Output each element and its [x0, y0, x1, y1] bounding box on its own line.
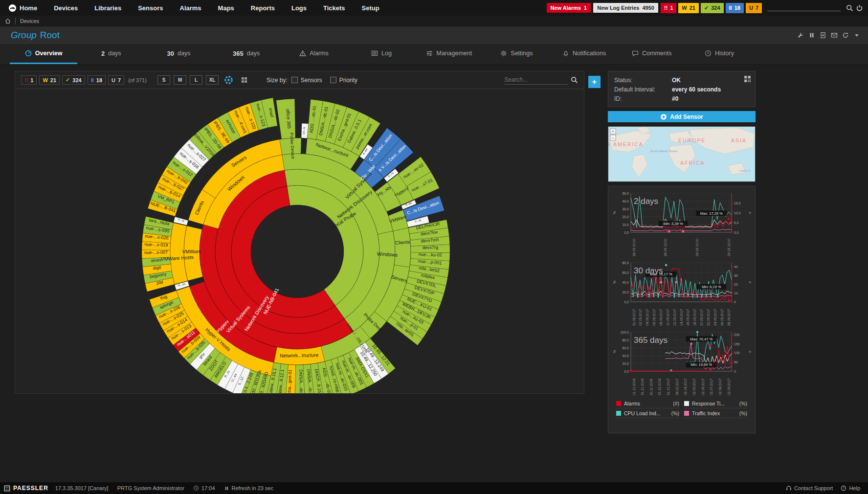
tab-comments[interactable]: Comments [618, 44, 686, 64]
nav-item-maps[interactable]: Maps [210, 0, 243, 16]
pause-refresh-icon[interactable] [224, 486, 229, 491]
nav-item-libraries[interactable]: Libraries [86, 0, 130, 16]
tree-search [504, 75, 578, 85]
nav-item-setup[interactable]: Setup [354, 0, 388, 16]
tab-days[interactable]: 2days [77, 44, 145, 64]
nav-item-reports[interactable]: Reports [243, 0, 283, 16]
tree-status-badge[interactable]: ✓324 [62, 75, 85, 85]
sunburst-label: nue-...ku-02 [419, 252, 442, 258]
tree-status-badge[interactable]: U7 [108, 75, 124, 85]
contact-support-link[interactable]: Contact Support [786, 485, 833, 491]
add-button[interactable] [588, 76, 601, 88]
tab-number: 30 [167, 50, 174, 57]
add-sensor-label: Add Sensor [670, 113, 703, 120]
svg-text:06.09.2017: 06.09.2017 [652, 309, 656, 326]
status-badge[interactable]: U7 [746, 3, 762, 13]
add-sensor-button[interactable]: Add Sensor [608, 111, 756, 122]
paessler-logo[interactable]: PAESSLER [4, 485, 48, 492]
refresh-icon[interactable] [842, 32, 849, 39]
tree-status-badge[interactable]: !!1 [21, 75, 37, 85]
size-button-m[interactable]: M [174, 75, 186, 85]
page-title-name: Root [40, 30, 60, 40]
status-badge[interactable]: !!1 [661, 3, 676, 13]
email-icon[interactable] [831, 32, 838, 39]
tab-log[interactable]: Log [348, 44, 415, 64]
help-link[interactable]: ?Help [841, 485, 860, 491]
tree-search-input[interactable] [504, 75, 568, 85]
status-badge[interactable]: II18 [726, 3, 744, 13]
legend-item[interactable]: CPU Load Ind...(%) [616, 410, 679, 418]
legend-item[interactable]: Alarms(#) [616, 401, 679, 408]
tab-number: 2 [101, 50, 105, 57]
svg-text:30: 30 [734, 274, 738, 277]
svg-text:04.09.2017: 04.09.2017 [645, 309, 649, 326]
tab-alarms[interactable]: Alarms [280, 44, 348, 64]
tree-status-badge[interactable]: II18 [88, 75, 106, 85]
status-badge[interactable]: ✓324 [701, 3, 724, 13]
sunburst-view-button[interactable] [223, 75, 234, 85]
tab-days[interactable]: 365days [213, 44, 280, 64]
new-alarms-button[interactable]: New Alarms 1 [547, 3, 591, 13]
export-icon[interactable] [820, 32, 826, 39]
tab-notifications[interactable]: Notifications [551, 44, 618, 64]
search-icon[interactable] [846, 4, 853, 12]
gear-icon [500, 50, 507, 57]
checkbox-priority[interactable] [330, 77, 336, 83]
nav-item-label: Home [20, 4, 37, 12]
map-label: AFRICA [680, 160, 705, 166]
tab-days[interactable]: 30days [145, 44, 212, 64]
tab-settings[interactable]: Settings [483, 44, 550, 64]
tab-management[interactable]: Management [415, 44, 483, 64]
caret-down-icon[interactable] [853, 32, 860, 39]
geo-map-panel[interactable]: H AMERICAEUROPEASIAAFRICANorth Atlantic … [608, 126, 756, 182]
home-icon[interactable] [0, 18, 11, 24]
legend-item[interactable]: Traffic Index(%) [684, 410, 747, 418]
checkbox-sensors[interactable] [291, 77, 298, 83]
size-button-l[interactable]: L [190, 75, 202, 85]
search-icon[interactable] [571, 76, 578, 84]
nav-item-tickets[interactable]: Tickets [315, 0, 354, 16]
pause-icon[interactable] [808, 32, 815, 39]
status-badge[interactable]: W21 [678, 3, 699, 13]
nav-item-home[interactable]: Home [0, 0, 45, 16]
badge-count: 324 [711, 5, 720, 11]
tree-status-badge[interactable]: W21 [39, 75, 60, 85]
legend-label: Alarms [624, 401, 673, 406]
status-badges: !!1W21✓324II18U7 [661, 3, 762, 13]
size-button-s[interactable]: S [157, 75, 170, 85]
power-icon[interactable] [856, 4, 863, 12]
tiles-view-button[interactable] [238, 75, 250, 85]
graph-2days[interactable]: 50,040,030,020,010,00,028.09 00:0028.09 … [611, 189, 751, 258]
wrench-icon[interactable] [797, 32, 804, 39]
nav-item-label: Maps [218, 4, 234, 12]
badge-count: 21 [50, 77, 56, 83]
nav-item-sensors[interactable]: Sensors [130, 0, 171, 16]
svg-text:−: − [612, 135, 614, 140]
qr-code-icon[interactable] [744, 75, 751, 85]
tab-history[interactable]: History [686, 44, 753, 64]
svg-text:02.06.2017: 02.06.2017 [701, 379, 705, 395]
legend-item[interactable]: Response Ti...(%) [684, 401, 747, 408]
legend-swatch [616, 411, 621, 416]
tab-overview[interactable]: Overview [10, 44, 77, 64]
badge-glyph: ✓ [66, 77, 70, 83]
size-by-group: Size by: SensorsPriority [267, 77, 362, 84]
legend-label: Traffic Index [692, 410, 739, 416]
sunburst-label: nue-...s-007 [144, 250, 168, 255]
user-label[interactable]: PRTG System Administrator [117, 485, 184, 491]
size-button-xl[interactable]: XL [206, 75, 219, 85]
breadcrumb-label[interactable]: Devices [20, 18, 39, 24]
svg-text:10: 10 [734, 292, 738, 295]
refresh-label: Refresh in 23 sec [232, 485, 274, 491]
new-log-entries-button[interactable]: New Log Entries 4950 [593, 3, 658, 13]
sunburst-segment[interactable] [393, 228, 411, 268]
warning-icon [299, 50, 306, 57]
graph-30days[interactable]: 80,060,040,020,00,031.08.201702.09.20170… [611, 259, 751, 327]
tab-label: History [715, 50, 734, 57]
graph-365days[interactable]: 100,080,060,040,020,00,001.10.201631.10.… [611, 328, 751, 397]
nav-item-devices[interactable]: Devices [45, 0, 86, 16]
global-search-input[interactable] [767, 4, 841, 11]
nav-item-alarms[interactable]: Alarms [172, 0, 210, 16]
geo-map[interactable]: H AMERICAEUROPEASIAAFRICANorth Atlantic … [608, 127, 755, 181]
nav-item-logs[interactable]: Logs [283, 0, 315, 16]
